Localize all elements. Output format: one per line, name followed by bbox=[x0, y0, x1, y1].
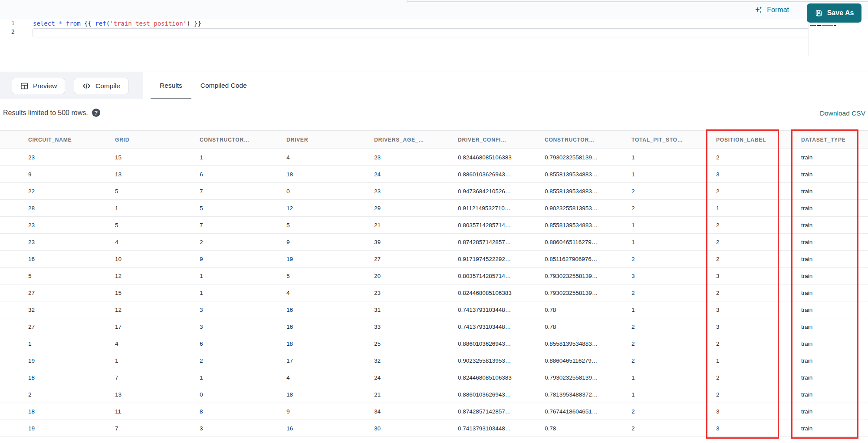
table-cell: 3 bbox=[190, 301, 276, 318]
code-token: }} bbox=[191, 20, 201, 27]
table-cell: 0.78 bbox=[535, 301, 621, 318]
table-row: 23429390.8742857142857…0.8860465116279…1… bbox=[0, 234, 868, 251]
table-cell: 33 bbox=[364, 318, 448, 335]
code-editor[interactable]: 1 2 select * from {{ ref('train_test_pos… bbox=[0, 19, 868, 72]
column-header: DRIVER_CONFI… bbox=[448, 131, 535, 149]
table-row: 2717316330.7413793103448…0.7823train bbox=[0, 318, 868, 335]
table-cell: 12 bbox=[105, 268, 190, 284]
table-cell: train bbox=[791, 200, 868, 217]
editor-minimap[interactable] bbox=[808, 23, 867, 56]
table-cell: 5 bbox=[276, 268, 364, 284]
table-cell: 0.8035714285714… bbox=[448, 268, 535, 284]
table-cell: 7 bbox=[105, 369, 190, 386]
table-cell: 4 bbox=[276, 284, 364, 301]
help-icon[interactable]: ? bbox=[92, 109, 100, 117]
table-cell: 2 bbox=[706, 234, 791, 251]
table-cell: 23 bbox=[0, 234, 105, 251]
table-cell: 2 bbox=[706, 251, 791, 268]
table-cell: 27 bbox=[0, 284, 105, 301]
format-button[interactable]: Format bbox=[754, 4, 789, 16]
table-cell: 21 bbox=[364, 217, 448, 234]
table-row: 18714240.8244680851063830.7930232558139…… bbox=[0, 369, 868, 386]
table-cell: 3 bbox=[706, 268, 791, 284]
table-cell: 2 bbox=[706, 369, 791, 386]
table-cell: 0.7930232558139… bbox=[535, 284, 621, 301]
table-cell: 1 bbox=[621, 369, 706, 386]
table-cell: 2 bbox=[621, 352, 706, 369]
table-row: 913618240.8860103626943…0.8558139534883…… bbox=[0, 166, 868, 183]
table-cell: 32 bbox=[364, 352, 448, 369]
active-line-box[interactable] bbox=[33, 28, 861, 37]
table-cell: 2 bbox=[190, 352, 276, 369]
table-cell: 0.8742857142857… bbox=[448, 403, 535, 420]
table-cell: 2 bbox=[706, 217, 791, 234]
table-cell: 3 bbox=[706, 420, 791, 437]
table-cell: 0.8860103626943… bbox=[448, 386, 535, 403]
code-token bbox=[81, 20, 84, 27]
tab-edge-divider bbox=[407, 1, 868, 2]
table-cell: 23 bbox=[0, 217, 105, 234]
table-cell: 23 bbox=[364, 149, 448, 166]
code-line-1[interactable]: select * from {{ ref('train_test_positio… bbox=[33, 20, 201, 28]
table-cell: 1 bbox=[621, 149, 706, 166]
table-cell: 2 bbox=[706, 284, 791, 301]
table-cell: 0.7930232558139… bbox=[535, 369, 621, 386]
table-cell: 19 bbox=[0, 420, 105, 437]
table-cell: 0.8742857142857… bbox=[448, 234, 535, 251]
table-cell: 24 bbox=[364, 369, 448, 386]
line-number: 2 bbox=[6, 28, 15, 35]
table-cell: 18 bbox=[276, 166, 364, 183]
line-number-gutter: 1 2 bbox=[0, 19, 21, 72]
column-header: DRIVERS_AGE_… bbox=[364, 131, 448, 149]
table-cell: 2 bbox=[621, 284, 706, 301]
table-cell: 2 bbox=[621, 200, 706, 217]
table-cell: train bbox=[791, 284, 868, 301]
table-cell: 0.824468085106383 bbox=[448, 149, 535, 166]
tab-compiled-code[interactable]: Compiled Code bbox=[191, 72, 256, 99]
column-header: CONSTRUCTOR… bbox=[190, 131, 276, 149]
table-cell: 27 bbox=[0, 318, 105, 335]
editor-header: Format Save As bbox=[0, 0, 868, 19]
table-cell: 0.8558139534883… bbox=[535, 217, 621, 234]
table-cell: 2 bbox=[190, 234, 276, 251]
table-cell: 2 bbox=[621, 251, 706, 268]
table-cell: 1 bbox=[621, 234, 706, 251]
table-cell: 13 bbox=[105, 166, 190, 183]
table-cell: 1 bbox=[190, 268, 276, 284]
table-cell: train bbox=[791, 403, 868, 420]
tab-edge-tick bbox=[407, 0, 408, 3]
table-cell: 2 bbox=[621, 183, 706, 200]
table-cell: train bbox=[791, 386, 868, 403]
table-cell: train bbox=[791, 369, 868, 386]
code-token: from bbox=[66, 20, 81, 27]
save-icon bbox=[815, 9, 823, 17]
table-cell: 29 bbox=[364, 200, 448, 217]
compile-button[interactable]: Compile bbox=[74, 78, 128, 94]
table-cell: 0.78 bbox=[535, 318, 621, 335]
table-cell: 19 bbox=[0, 352, 105, 369]
table-cell: 11 bbox=[105, 403, 190, 420]
table-cell: 0.8558139534883… bbox=[535, 166, 621, 183]
table-cell: 0.8860103626943… bbox=[448, 166, 535, 183]
preview-button[interactable]: Preview bbox=[12, 78, 65, 94]
table-cell: 16 bbox=[276, 420, 364, 437]
table-cell: 5 bbox=[190, 200, 276, 217]
table-cell: 6 bbox=[190, 166, 276, 183]
download-csv-link[interactable]: Download CSV bbox=[820, 109, 865, 117]
table-cell: 0.824468085106383 bbox=[448, 369, 535, 386]
table-row: 23575210.8035714285714…0.8558139534883…1… bbox=[0, 217, 868, 234]
table-cell: 9 bbox=[276, 403, 364, 420]
tab-results[interactable]: Results bbox=[151, 72, 191, 99]
table-cell: 23 bbox=[364, 183, 448, 200]
table-row: 1610919270.9171974522292…0.8511627906976… bbox=[0, 251, 868, 268]
sparkles-icon bbox=[754, 6, 763, 14]
table-row: 231514230.8244680851063830.7930232558139… bbox=[0, 149, 868, 166]
table-cell: 13 bbox=[105, 386, 190, 403]
results-toolbar: Preview Compile Results Compiled Code bbox=[0, 72, 868, 99]
table-cell: 24 bbox=[364, 166, 448, 183]
table-cell: 0.8558139534883… bbox=[535, 183, 621, 200]
save-as-button[interactable]: Save As bbox=[807, 3, 861, 23]
row-limit-notice: Results limited to 500 rows. ? bbox=[3, 109, 100, 117]
table-cell: 1 bbox=[621, 386, 706, 403]
table-cell: 5 bbox=[105, 217, 190, 234]
